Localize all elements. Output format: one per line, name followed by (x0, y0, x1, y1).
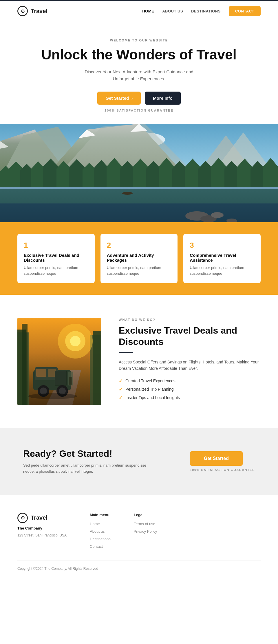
footer-link-destinations: Destinations (90, 536, 111, 541)
checklist-label-1: Curated Travel Experiences (125, 379, 175, 383)
card-text-3: Ullamcorper primis, nam pretium suspendi… (190, 265, 254, 276)
get-started-label: Get Started (105, 96, 129, 101)
footer-link-terms-anchor[interactable]: Terms of use (134, 522, 155, 526)
svg-point-43 (211, 212, 224, 218)
footer-link-privacy: Privacy Policy (134, 529, 157, 534)
copyright-text: Copyright ©2024 The Company, All Rights … (17, 567, 98, 571)
hero-section: WELCOME TO OUR WEBSITE Unlock the Wonder… (0, 21, 278, 124)
footer-legal: Legal Terms of use Privacy Policy (134, 513, 157, 549)
check-icon-3: ✓ (119, 395, 122, 401)
svg-rect-58 (36, 369, 46, 377)
svg-point-67 (28, 393, 77, 399)
about-content: WHAT DO WE DO? Exclusive Travel Deals an… (119, 318, 261, 401)
contact-button[interactable]: CONTACT (229, 6, 261, 16)
nav-link-about[interactable]: ABOUT US (162, 9, 183, 13)
svg-rect-60 (55, 371, 67, 385)
footer-link-about-anchor[interactable]: About us (90, 529, 105, 534)
footer-legal-heading: Legal (134, 513, 157, 517)
feature-card-1: 1 Exclusive Travel Deals and Discounts U… (17, 234, 95, 283)
hero-description: Discover Your Next Adventure with Expert… (72, 68, 206, 82)
cta-content: Ready? Get Started! Sed pede ullamcorper… (23, 448, 151, 475)
svg-point-54 (70, 336, 81, 346)
hero-buttons: Get Started › More Info (35, 92, 243, 105)
more-info-button[interactable]: More Info (145, 92, 181, 105)
about-checklist: ✓ Curated Travel Experiences ✓ Personali… (119, 378, 261, 401)
footer-main-menu-list: Home About us Destinations Contact (90, 521, 111, 549)
footer-address: 123 Street, San Francisco, USA (17, 533, 67, 537)
footer-bottom: Copyright ©2024 The Company, All Rights … (17, 561, 261, 571)
cta-description: Sed pede ullamcorper amet ullamcorper pr… (23, 463, 151, 475)
card-title-2: Adventure and Activity Packages (107, 253, 171, 263)
footer-link-about: About us (90, 529, 111, 534)
get-started-button[interactable]: Get Started › (97, 92, 141, 105)
checklist-item-2: ✓ Personalized Trip Planning (119, 387, 261, 392)
svg-rect-51 (93, 331, 101, 405)
logo-text: Travel (31, 8, 47, 14)
about-section: WHAT DO WE DO? Exclusive Travel Deals an… (0, 295, 278, 428)
svg-rect-39 (0, 189, 278, 203)
footer-link-contact: Contact (90, 544, 111, 549)
van-image (17, 318, 101, 405)
check-icon-1: ✓ (119, 378, 122, 384)
footer-link-contact-anchor[interactable]: Contact (90, 544, 103, 549)
hero-title: Unlock the Wonders of Travel (35, 47, 243, 63)
card-text-1: Ullamcorper primis, nam pretium suspendi… (24, 265, 88, 276)
card-title-3: Comprehensive Travel Assistance (190, 253, 254, 263)
footer-top: ⊙ Travel The Company 123 Street, San Fra… (17, 513, 261, 549)
footer-link-destinations-anchor[interactable]: Destinations (90, 537, 111, 541)
footer-main-menu-heading: Main menu (90, 513, 111, 517)
cta-guarantee: 100% SATISFACTION GUARANTEE (190, 468, 255, 472)
features-section: 1 Exclusive Travel Deals and Discounts U… (0, 222, 278, 295)
svg-point-64 (59, 388, 66, 394)
about-sub-label: WHAT DO WE DO? (119, 318, 261, 321)
about-description: Access Special Offers and Savings on Fli… (119, 359, 261, 372)
hero-sub-label: WELCOME TO OUR WEBSITE (35, 39, 243, 42)
footer: ⊙ Travel The Company 123 Street, San Fra… (0, 495, 278, 579)
footer-link-home: Home (90, 521, 111, 526)
card-text-2: Ullamcorper primis, nam pretium suspendi… (107, 265, 171, 276)
nav-links: HOME ABOUT US DESTINATIONS CONTACT (142, 6, 261, 16)
about-divider (119, 352, 133, 353)
checklist-item-1: ✓ Curated Travel Experiences (119, 378, 261, 384)
checklist-label-3: Insider Tips and Local Insights (125, 395, 180, 400)
card-number-2: 2 (107, 241, 171, 250)
footer-link-privacy-anchor[interactable]: Privacy Policy (134, 529, 157, 534)
footer-link-home-anchor[interactable]: Home (90, 522, 100, 526)
cta-get-started-button[interactable]: Get Started (190, 451, 243, 466)
svg-point-45 (122, 192, 133, 195)
hero-guarantee: 100% SATISFACTION GUARANTEE (35, 109, 243, 112)
svg-rect-66 (69, 377, 72, 385)
footer-link-terms: Terms of use (134, 521, 157, 526)
mountain-svg (0, 124, 278, 222)
checklist-item-3: ✓ Insider Tips and Local Insights (119, 395, 261, 401)
check-icon-2: ✓ (119, 387, 122, 392)
cta-right: Get Started 100% SATISFACTION GUARANTEE (190, 451, 255, 472)
cta-section: Ready? Get Started! Sed pede ullamcorper… (0, 428, 278, 495)
footer-brand: ⊙ Travel The Company 123 Street, San Fra… (17, 513, 67, 549)
svg-rect-40 (0, 203, 278, 222)
nav-link-home[interactable]: HOME (142, 9, 154, 13)
cta-title: Ready? Get Started! (23, 448, 151, 459)
navbar: ⊙ Travel HOME ABOUT US DESTINATIONS CONT… (0, 1, 278, 21)
checklist-label-2: Personalized Trip Planning (125, 387, 174, 392)
svg-rect-49 (22, 324, 28, 405)
footer-logo-icon: ⊙ (17, 513, 28, 523)
svg-rect-59 (48, 369, 56, 377)
feature-card-3: 3 Comprehensive Travel Assistance Ullamc… (183, 234, 261, 283)
logo-icon: ⊙ (17, 6, 28, 16)
nav-link-destinations[interactable]: DESTINATIONS (191, 9, 221, 13)
nav-logo[interactable]: ⊙ Travel (17, 6, 47, 16)
feature-card-2: 2 Adventure and Activity Packages Ullamc… (100, 234, 178, 283)
footer-main-menu: Main menu Home About us Destinations Con… (90, 513, 111, 549)
footer-logo-text: Travel (31, 514, 47, 521)
footer-logo: ⊙ Travel (17, 513, 67, 523)
hero-image (0, 124, 278, 222)
svg-rect-38 (0, 187, 278, 189)
card-title-1: Exclusive Travel Deals and Discounts (24, 253, 88, 263)
footer-legal-list: Terms of use Privacy Policy (134, 521, 157, 534)
card-number-3: 3 (190, 241, 254, 250)
feature-cards: 1 Exclusive Travel Deals and Discounts U… (17, 234, 261, 283)
about-title: Exclusive Travel Deals and Discounts (119, 325, 261, 347)
card-number-1: 1 (24, 241, 88, 250)
arrow-icon: › (131, 96, 133, 101)
